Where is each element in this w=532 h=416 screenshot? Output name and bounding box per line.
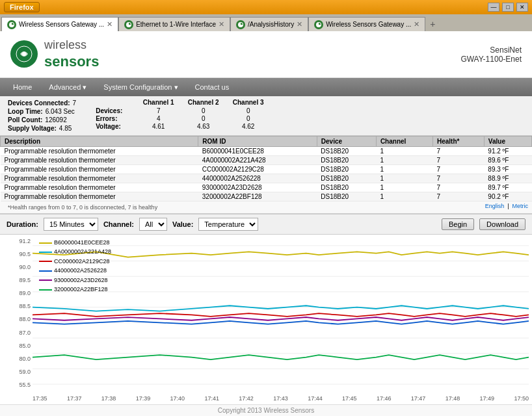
y-axis-labels: 91.2 90.5 90.0 89.5 89.0 88.5 88.0 87.0 … bbox=[3, 238, 31, 388]
tab-bar: Wireless Sensors Gateway ... ✕ Ethernet … bbox=[0, 14, 532, 31]
nav-bar: Home Advanced ▾ System Configuration ▾ C… bbox=[0, 78, 532, 96]
tab-2-icon bbox=[236, 20, 245, 29]
begin-button[interactable]: Begin bbox=[442, 218, 474, 230]
page-header: wireless sensors SensiNet GWAY-1100-Enet bbox=[0, 31, 532, 78]
logo-text: wireless sensors bbox=[44, 38, 99, 72]
channel-select[interactable]: All 1 2 3 bbox=[139, 218, 167, 231]
brand-info: SensiNet GWAY-1100-Enet bbox=[460, 46, 522, 64]
status-channels: Channel 1 Channel 2 Channel 3 Devices: 7… bbox=[96, 99, 269, 133]
table-row: Programmable resolution thermometer32000… bbox=[1, 192, 532, 202]
tab-3-icon bbox=[314, 20, 323, 29]
ch2-devices: 0 bbox=[182, 107, 224, 114]
window-controls: — □ ✕ bbox=[488, 3, 528, 12]
ch3-errors: 0 bbox=[227, 115, 269, 122]
ch2-errors: 0 bbox=[182, 115, 224, 122]
table-row: Programmable resolution thermometer44000… bbox=[1, 174, 532, 183]
browser-toolbar: Firefox — □ ✕ bbox=[0, 0, 532, 14]
ch2-voltage: 4.63 bbox=[182, 123, 224, 130]
tab-2[interactable]: /AnalysisHistory ✕ bbox=[230, 17, 308, 31]
legend-b6: B60000041E0CEE28 bbox=[54, 239, 110, 246]
ch1-voltage: 4.61 bbox=[137, 123, 180, 130]
logo-sensors: sensors bbox=[44, 53, 99, 72]
tab-1-label: Ethernet to 1-Wire Interface bbox=[136, 21, 216, 28]
health-note: *Health ranges from 0 to 7, 0 is disconn… bbox=[4, 203, 161, 212]
voltage-ch-label: Voltage: bbox=[96, 123, 135, 130]
errors-ch-label: Errors: bbox=[96, 115, 135, 122]
nav-home[interactable]: Home bbox=[5, 79, 40, 95]
legend-93: 93000002A23D2628 bbox=[54, 277, 108, 283]
tab-3[interactable]: Wireless Sensors Gateway ... ✕ bbox=[308, 17, 425, 31]
loop-label: Loop Time: bbox=[8, 108, 43, 115]
ch3-voltage: 4.62 bbox=[227, 123, 269, 130]
sensor-table: Description ROM ID Device Channel Health… bbox=[0, 136, 532, 202]
brand-model: GWAY-1100-Enet bbox=[460, 55, 522, 64]
x-axis-labels: 17:3517:3717:3817:3917:40 17:4117:4217:4… bbox=[33, 395, 529, 402]
table-row: Programmable resolution thermometer93000… bbox=[1, 183, 532, 192]
duration-select[interactable]: 15 Minutes 30 Minutes 1 Hour bbox=[44, 218, 98, 231]
new-tab-button[interactable]: + bbox=[425, 17, 440, 31]
nav-advanced[interactable]: Advanced ▾ bbox=[41, 79, 94, 95]
loop-value: 6.043 Sec bbox=[46, 108, 75, 115]
tab-1-close[interactable]: ✕ bbox=[219, 20, 224, 29]
tab-0-icon bbox=[7, 20, 16, 29]
legend-4a: 4A0000002A221A428 bbox=[54, 248, 111, 255]
firefox-menu-button[interactable]: Firefox bbox=[4, 2, 40, 12]
logo-wireless: wireless bbox=[44, 38, 99, 53]
col-device: Device bbox=[317, 136, 376, 147]
lang-metric[interactable]: Metric bbox=[512, 203, 529, 209]
ch3-label: Channel 3 bbox=[227, 99, 269, 106]
chart-area: 91.2 90.5 90.0 89.5 89.0 88.5 88.0 87.0 … bbox=[0, 235, 532, 404]
tab-3-label: Wireless Sensors Gateway ... bbox=[326, 21, 411, 28]
tab-0-label: Wireless Sensors Gateway ... bbox=[19, 21, 104, 28]
devices-label: Devices Connected: bbox=[8, 99, 70, 107]
download-button[interactable]: Download bbox=[479, 218, 525, 230]
logo-icon bbox=[10, 40, 38, 68]
ch1-errors: 4 bbox=[137, 115, 180, 122]
lang-links: English | Metric bbox=[485, 203, 528, 212]
voltage-label: Supply Voltage: bbox=[8, 125, 57, 132]
footer-text: Copyright 2013 Wireless Sensors bbox=[218, 407, 314, 414]
col-value: Value bbox=[484, 136, 531, 147]
poll-label: Poll Count: bbox=[8, 116, 42, 124]
ch3-devices: 0 bbox=[227, 107, 269, 114]
value-select[interactable]: Temperature Humidity bbox=[198, 218, 258, 231]
nav-system-config[interactable]: System Configuration ▾ bbox=[96, 79, 185, 95]
tab-2-close[interactable]: ✕ bbox=[297, 20, 302, 29]
tab-3-close[interactable]: ✕ bbox=[414, 20, 419, 29]
tab-0[interactable]: Wireless Sensors Gateway ... ✕ bbox=[1, 17, 118, 31]
close-button[interactable]: ✕ bbox=[516, 3, 528, 12]
ch1-label: Channel 1 bbox=[137, 99, 180, 106]
brand-name: SensiNet bbox=[460, 46, 522, 55]
page-footer: Copyright 2013 Wireless Sensors bbox=[0, 404, 532, 416]
minimize-button[interactable]: — bbox=[488, 3, 499, 12]
devices-value: 7 bbox=[73, 99, 77, 107]
voltage-value: 4.85 bbox=[59, 125, 72, 132]
ch2-label: Channel 2 bbox=[182, 99, 224, 106]
col-channel: Channel bbox=[376, 136, 432, 147]
status-section: Devices Connected:7 Loop Time:6.043 Sec … bbox=[0, 96, 532, 136]
channel-label: Channel: bbox=[103, 220, 134, 228]
legend-32: 32000002A22BF128 bbox=[54, 286, 108, 292]
chart-legend: B60000041E0CEE28 4A0000002A221A428 CC000… bbox=[39, 238, 111, 294]
status-left: Devices Connected:7 Loop Time:6.043 Sec … bbox=[8, 99, 76, 133]
col-health: Health* bbox=[433, 136, 485, 147]
col-description: Description bbox=[1, 136, 198, 147]
value-label: Value: bbox=[172, 220, 193, 228]
poll-value: 126092 bbox=[45, 116, 66, 124]
table-row: Programmable resolution thermometerCC000… bbox=[1, 165, 532, 174]
logo-area: wireless sensors bbox=[10, 38, 99, 72]
tab-2-label: /AnalysisHistory bbox=[248, 21, 294, 28]
duration-label: Duration: bbox=[7, 220, 38, 228]
tab-1-icon bbox=[124, 20, 133, 29]
data-table-section: Description ROM ID Device Channel Health… bbox=[0, 136, 532, 214]
table-row: Programmable resolution thermometerB6000… bbox=[1, 147, 532, 156]
tab-0-close[interactable]: ✕ bbox=[107, 20, 113, 29]
legend-cc: CC000002A2129C28 bbox=[54, 258, 110, 265]
nav-contact[interactable]: Contact us bbox=[187, 79, 237, 95]
lang-english[interactable]: English bbox=[485, 203, 505, 209]
legend-44: 44000002A2526228 bbox=[54, 267, 107, 274]
svg-point-5 bbox=[22, 52, 26, 56]
maximize-button[interactable]: □ bbox=[502, 3, 514, 12]
tab-1[interactable]: Ethernet to 1-Wire Interface ✕ bbox=[118, 17, 230, 31]
ch1-devices: 7 bbox=[137, 107, 180, 114]
